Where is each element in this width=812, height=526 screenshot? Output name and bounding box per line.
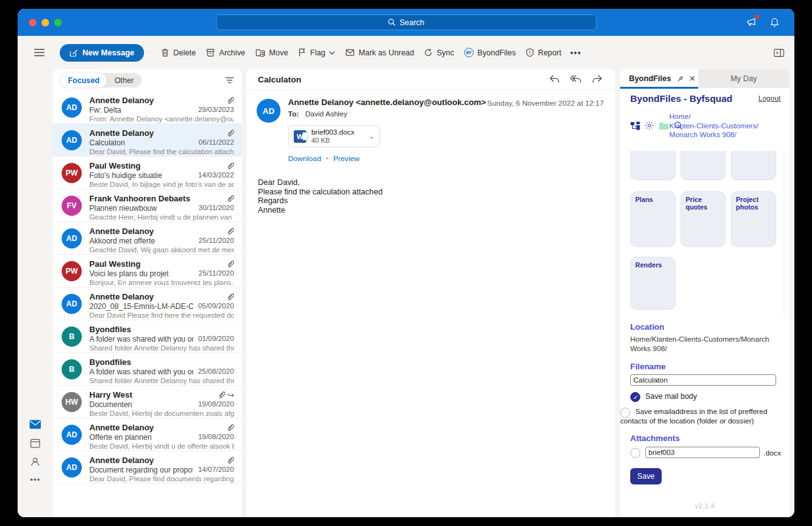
new-message-button[interactable]: New Message xyxy=(60,44,144,62)
list-item[interactable]: AD Annette Delanoy 2020_08_15-Emnis-LM-A… xyxy=(53,288,242,320)
avatar: HW xyxy=(62,392,82,412)
attachment-row: .docx xyxy=(630,447,779,459)
preview-link[interactable]: Preview xyxy=(333,154,360,163)
attachment-checkbox[interactable] xyxy=(630,448,640,458)
word-file-icon: W xyxy=(294,130,306,143)
hamburger-menu-icon[interactable] xyxy=(31,46,47,59)
move-button[interactable]: Move xyxy=(250,44,293,61)
breadcrumb[interactable]: Home/ Klanten-Clients-Customers/ Monarch… xyxy=(669,112,781,140)
folder-tile-plans[interactable]: Plans xyxy=(630,191,676,247)
download-link[interactable]: Download xyxy=(288,154,321,163)
list-item[interactable]: PW Paul Westing Foto's huidige situatie1… xyxy=(53,157,242,189)
filename-input[interactable] xyxy=(630,374,776,386)
folder-tile[interactable] xyxy=(630,151,676,180)
attachment-card[interactable]: W brief003.docx 40 KB ⌄ xyxy=(288,125,380,147)
save-mail-body-checkbox[interactable] xyxy=(630,392,640,402)
folder-tile[interactable] xyxy=(681,151,726,180)
separator-dot: • xyxy=(326,155,328,162)
list-item[interactable]: AD Annette Delanoy Akkoord met offerte25… xyxy=(53,222,242,255)
folder-tile-project-photos[interactable]: Project photos xyxy=(731,191,776,247)
filter-icon[interactable] xyxy=(225,77,234,84)
save-mail-body-label: Save mail body xyxy=(645,392,779,401)
sync-icon xyxy=(424,48,433,57)
calendar-nav-icon[interactable] xyxy=(30,439,40,448)
byondfiles-button[interactable]: BF ByondFiles xyxy=(459,44,521,61)
tab-my-day[interactable]: My Day xyxy=(698,69,789,88)
announcements-icon[interactable] xyxy=(745,16,758,28)
folder-tile-renders[interactable]: Renders xyxy=(630,257,676,310)
chevron-down-icon[interactable] xyxy=(329,51,335,55)
minimize-window-button[interactable] xyxy=(42,19,49,26)
list-item[interactable]: B Byondfiles A folder was shared with yo… xyxy=(53,320,242,353)
search-input[interactable]: Search xyxy=(216,14,596,30)
bell-icon[interactable] xyxy=(768,16,781,28)
list-item-selected[interactable]: AD Annette Delanoy Calculaton06/11/2022 … xyxy=(53,124,242,157)
reply-icon[interactable] xyxy=(549,74,560,84)
list-item[interactable]: AD Annette Delanoy Fw: Delta29/03/2023 F… xyxy=(53,91,242,124)
pin-icon[interactable] xyxy=(676,75,684,83)
avatar: FV xyxy=(62,196,82,216)
save-button[interactable]: Save xyxy=(630,468,662,484)
paperclip-icon xyxy=(218,391,225,399)
filename-label: Filename xyxy=(630,362,789,371)
compose-icon xyxy=(69,48,78,57)
list-item[interactable]: AD Annette Delanoy Document regarding ou… xyxy=(53,451,242,484)
mark-as-unread-button[interactable]: Mark as Unread xyxy=(340,45,419,61)
reply-all-icon[interactable] xyxy=(570,74,582,84)
folder-tile[interactable] xyxy=(731,151,776,180)
folder-tile-price-quotes[interactable]: Price quotes xyxy=(681,191,726,247)
notification-badge xyxy=(755,14,759,19)
paperclip-icon xyxy=(226,293,234,301)
save-emailaddress-checkbox[interactable] xyxy=(620,408,630,418)
avatar: AD xyxy=(62,425,82,445)
sender-avatar: AD xyxy=(257,99,281,123)
delete-button[interactable]: Delete xyxy=(155,44,201,61)
main-content: ••• Focused Other AD Annette Delanoy xyxy=(18,69,794,517)
settings-sun-icon[interactable] xyxy=(645,121,654,130)
list-item[interactable]: FV Frank Vanhooren Debaets Plannen nieuw… xyxy=(53,189,242,222)
sync-button[interactable]: Sync xyxy=(419,44,459,61)
close-panel-icon[interactable]: ✕ xyxy=(689,74,696,83)
trash-icon xyxy=(160,48,170,57)
scrollbar-track[interactable] xyxy=(784,151,784,315)
toolbar-more-button[interactable]: ••• xyxy=(566,45,585,60)
paperclip-icon xyxy=(226,162,234,170)
list-item[interactable]: AD Annette Delanoy Offerte en plannen19/… xyxy=(53,418,242,451)
zoom-window-button[interactable] xyxy=(54,19,62,26)
recipient-name[interactable]: David Ashley xyxy=(305,109,347,118)
window-controls xyxy=(29,19,62,26)
paperclip-icon xyxy=(226,227,234,235)
avatar: AD xyxy=(62,294,82,314)
reading-pane-toggle-icon[interactable] xyxy=(774,48,784,57)
mail-nav-icon[interactable] xyxy=(30,420,42,429)
paperclip-icon xyxy=(226,96,234,104)
active-tab-indicator xyxy=(620,87,698,89)
title-bar: Search xyxy=(18,9,794,36)
desktop: Search New Message xyxy=(0,0,812,526)
close-window-button[interactable] xyxy=(29,19,36,26)
list-item[interactable]: HW Harry West↪ Documenten19/08/2020 Best… xyxy=(53,386,242,418)
flag-button[interactable]: Flag xyxy=(293,44,340,61)
unread-envelope-icon xyxy=(345,48,355,57)
people-nav-icon[interactable] xyxy=(30,457,40,467)
archive-button[interactable]: Archive xyxy=(201,44,250,61)
report-button[interactable]: Report xyxy=(521,44,566,61)
tab-focused[interactable]: Focused xyxy=(60,73,107,87)
more-apps-icon[interactable]: ••• xyxy=(30,475,41,484)
paperclip-icon xyxy=(226,456,234,464)
logout-link[interactable]: Logout xyxy=(759,94,781,102)
tab-other[interactable]: Other xyxy=(107,76,141,85)
attachment-menu-chevron-icon[interactable]: ⌄ xyxy=(369,133,374,140)
attachment-extension: .docx xyxy=(764,449,781,457)
tab-byondfiles[interactable]: ByondFiles ✕ xyxy=(620,69,698,88)
paperclip-icon xyxy=(226,260,234,268)
list-item[interactable]: PW Paul Westing Voici les plans du proje… xyxy=(53,255,242,288)
forward-icon[interactable] xyxy=(592,74,603,84)
attachment-filename-input[interactable] xyxy=(645,447,760,458)
list-item[interactable]: B Byondfiles A folder was shared with yo… xyxy=(53,353,242,386)
move-folder-icon xyxy=(255,48,265,57)
tree-view-icon[interactable] xyxy=(630,121,640,130)
avatar: AD xyxy=(62,228,82,249)
folder-icon[interactable] xyxy=(659,121,669,130)
version-label: v2.1.4 xyxy=(620,502,789,510)
